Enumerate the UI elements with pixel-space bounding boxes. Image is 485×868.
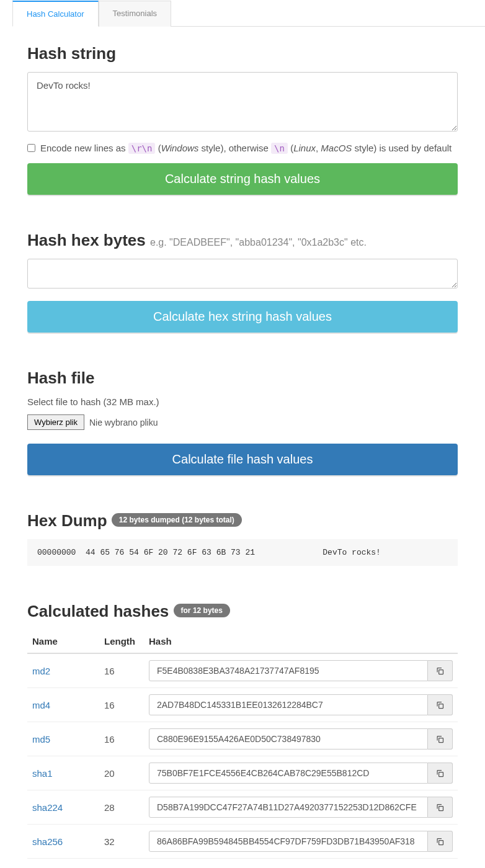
choose-file-button[interactable]: Wybierz plik [27, 414, 84, 430]
hash-value-input[interactable] [149, 660, 428, 681]
code-rn: \r\n [128, 143, 156, 154]
hex-input[interactable] [27, 259, 458, 289]
svg-rect-2 [439, 738, 443, 742]
hash-hex-hint: e.g. "DEADBEEF", "abba01234", "0x1a2b3c"… [150, 237, 367, 248]
hash-file-heading: Hash file [27, 369, 458, 388]
hash-length: 28 [99, 790, 144, 825]
svg-rect-1 [439, 704, 443, 708]
calculate-file-button[interactable]: Calculate file hash values [27, 444, 458, 475]
hash-length: 16 [99, 722, 144, 756]
hash-value-input[interactable] [149, 831, 428, 852]
hash-value-input[interactable] [149, 728, 428, 749]
svg-rect-0 [439, 669, 443, 674]
hashes-heading: Calculated hashes for 12 bytes [27, 602, 458, 621]
hash-name-link[interactable]: sha256 [32, 836, 63, 847]
copy-icon[interactable] [428, 728, 453, 749]
hashes-table: Name Length Hash md216md416md516sha120sh… [27, 630, 458, 859]
hash-length: 16 [99, 653, 144, 688]
table-row: sha22428 [27, 790, 458, 825]
hash-value-input[interactable] [149, 694, 428, 715]
string-input[interactable] [27, 72, 458, 132]
col-name: Name [27, 630, 99, 653]
encode-label: Encode new lines as \r\n (Windows style)… [40, 143, 452, 153]
hash-value-input[interactable] [149, 797, 428, 818]
hash-length: 20 [99, 756, 144, 790]
hash-name-link[interactable]: sha224 [32, 802, 63, 813]
encode-crlf-checkbox[interactable] [27, 144, 35, 152]
hash-name-link[interactable]: md2 [32, 666, 50, 676]
table-row: sha120 [27, 756, 458, 790]
copy-icon[interactable] [428, 831, 453, 852]
svg-rect-5 [439, 840, 443, 844]
table-row: sha25632 [27, 825, 458, 859]
table-row: md216 [27, 653, 458, 688]
tab-testimonials[interactable]: Testimonials [99, 1, 172, 27]
hash-length: 32 [99, 825, 144, 859]
svg-rect-3 [439, 772, 443, 776]
col-length: Length [99, 630, 144, 653]
file-status: Nie wybrano pliku [89, 418, 158, 427]
svg-rect-4 [439, 806, 443, 810]
table-row: md416 [27, 688, 458, 722]
tab-hash-calculator[interactable]: Hash Calculator [12, 1, 99, 27]
copy-icon[interactable] [428, 694, 453, 715]
copy-icon[interactable] [428, 797, 453, 818]
col-hash: Hash [144, 630, 458, 653]
code-n: \n [271, 143, 288, 154]
hash-hex-heading: Hash hex bytes e.g. "DEADBEEF", "abba012… [27, 231, 458, 250]
file-hint: Select file to hash (32 MB max.) [27, 396, 458, 407]
hash-string-heading: Hash string [27, 44, 458, 63]
copy-icon[interactable] [428, 763, 453, 784]
hash-value-input[interactable] [149, 763, 428, 784]
hash-name-link[interactable]: md4 [32, 700, 50, 710]
hexdump-output: 00000000 44 65 76 54 6F 20 72 6F 63 6B 7… [27, 539, 458, 566]
copy-icon[interactable] [428, 660, 453, 681]
hash-name-link[interactable]: sha1 [32, 768, 53, 779]
hexdump-heading: Hex Dump 12 bytes dumped (12 bytes total… [27, 511, 458, 530]
tab-bar: Hash Calculator Testimonials [12, 0, 485, 27]
hash-length: 16 [99, 688, 144, 722]
hexdump-badge: 12 bytes dumped (12 bytes total) [112, 513, 242, 527]
calculate-string-button[interactable]: Calculate string hash values [27, 163, 458, 195]
hashes-badge: for 12 bytes [174, 604, 230, 617]
calculate-hex-button[interactable]: Calculate hex string hash values [27, 301, 458, 333]
hash-name-link[interactable]: md5 [32, 734, 50, 745]
table-row: md516 [27, 722, 458, 756]
